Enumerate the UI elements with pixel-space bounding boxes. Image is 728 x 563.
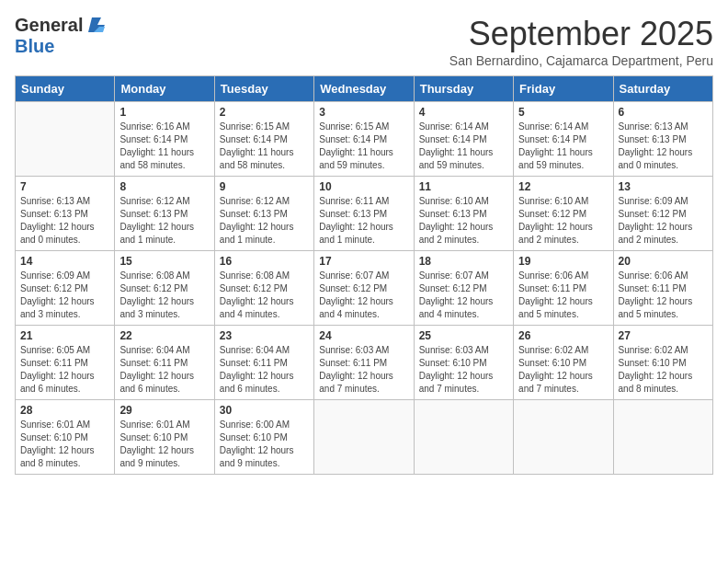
- day-number: 21: [20, 329, 109, 342]
- day-info: Sunrise: 6:04 AMSunset: 6:11 PMDaylight:…: [119, 344, 209, 396]
- day-info: Sunrise: 6:05 AMSunset: 6:11 PMDaylight:…: [20, 344, 109, 396]
- calendar-cell: [414, 400, 513, 475]
- day-number: 8: [119, 180, 209, 193]
- calendar-cell: 27Sunrise: 6:02 AMSunset: 6:10 PMDayligh…: [613, 326, 712, 400]
- calendar-cell: 24Sunrise: 6:03 AMSunset: 6:11 PMDayligh…: [314, 326, 414, 400]
- calendar-header-thursday: Thursday: [414, 76, 513, 102]
- calendar-week-row: 21Sunrise: 6:05 AMSunset: 6:11 PMDayligh…: [16, 326, 713, 400]
- day-number: 1: [119, 106, 209, 119]
- day-info: Sunrise: 6:09 AMSunset: 6:12 PMDaylight:…: [619, 195, 708, 247]
- calendar-cell: 7Sunrise: 6:13 AMSunset: 6:13 PMDaylight…: [16, 177, 115, 251]
- calendar-cell: 26Sunrise: 6:02 AMSunset: 6:10 PMDayligh…: [514, 326, 613, 400]
- day-info: Sunrise: 6:16 AMSunset: 6:14 PMDaylight:…: [119, 121, 209, 172]
- day-number: 16: [220, 255, 309, 268]
- calendar-cell: 28Sunrise: 6:01 AMSunset: 6:10 PMDayligh…: [16, 400, 115, 475]
- calendar-cell: 10Sunrise: 6:11 AMSunset: 6:13 PMDayligh…: [314, 177, 414, 251]
- day-number: 3: [319, 106, 408, 119]
- calendar-cell: 20Sunrise: 6:06 AMSunset: 6:11 PMDayligh…: [613, 251, 712, 326]
- calendar-cell: 17Sunrise: 6:07 AMSunset: 6:12 PMDayligh…: [314, 251, 414, 326]
- calendar-header-wednesday: Wednesday: [314, 76, 414, 102]
- calendar-cell: 30Sunrise: 6:00 AMSunset: 6:10 PMDayligh…: [214, 400, 313, 475]
- day-info: Sunrise: 6:13 AMSunset: 6:13 PMDaylight:…: [20, 195, 109, 247]
- day-number: 22: [119, 329, 209, 342]
- day-info: Sunrise: 6:15 AMSunset: 6:14 PMDaylight:…: [319, 121, 408, 172]
- day-info: Sunrise: 6:10 AMSunset: 6:13 PMDaylight:…: [419, 195, 508, 247]
- day-number: 30: [220, 404, 309, 417]
- calendar-cell: 29Sunrise: 6:01 AMSunset: 6:10 PMDayligh…: [115, 400, 214, 475]
- subtitle: San Bernardino, Cajamarca Department, Pe…: [449, 53, 713, 68]
- day-number: 9: [220, 180, 309, 193]
- day-number: 13: [619, 180, 708, 193]
- calendar-header-tuesday: Tuesday: [214, 76, 313, 102]
- day-number: 15: [119, 255, 209, 268]
- day-info: Sunrise: 6:01 AMSunset: 6:10 PMDaylight:…: [20, 419, 109, 470]
- day-number: 11: [419, 180, 508, 193]
- calendar-cell: 11Sunrise: 6:10 AMSunset: 6:13 PMDayligh…: [414, 177, 513, 251]
- day-number: 26: [518, 329, 608, 342]
- day-number: 20: [619, 255, 708, 268]
- day-number: 12: [518, 180, 608, 193]
- calendar-cell: 22Sunrise: 6:04 AMSunset: 6:11 PMDayligh…: [115, 326, 214, 400]
- calendar-cell: 9Sunrise: 6:12 AMSunset: 6:13 PMDaylight…: [214, 177, 313, 251]
- logo: General Blue: [15, 15, 105, 57]
- day-info: Sunrise: 6:12 AMSunset: 6:13 PMDaylight:…: [220, 195, 309, 247]
- day-info: Sunrise: 6:10 AMSunset: 6:12 PMDaylight:…: [518, 195, 608, 247]
- day-number: 2: [220, 106, 309, 119]
- calendar-cell: 23Sunrise: 6:04 AMSunset: 6:11 PMDayligh…: [214, 326, 313, 400]
- day-number: 6: [619, 106, 708, 119]
- day-info: Sunrise: 6:02 AMSunset: 6:10 PMDaylight:…: [619, 344, 708, 396]
- day-number: 27: [619, 329, 708, 342]
- day-number: 28: [20, 404, 109, 417]
- day-number: 10: [319, 180, 408, 193]
- day-info: Sunrise: 6:04 AMSunset: 6:11 PMDaylight:…: [220, 344, 309, 396]
- day-info: Sunrise: 6:14 AMSunset: 6:14 PMDaylight:…: [518, 121, 608, 172]
- calendar-header-friday: Friday: [514, 76, 613, 102]
- calendar-cell: 4Sunrise: 6:14 AMSunset: 6:14 PMDaylight…: [414, 102, 513, 177]
- calendar-cell: [514, 400, 613, 475]
- day-info: Sunrise: 6:03 AMSunset: 6:10 PMDaylight:…: [419, 344, 508, 396]
- day-info: Sunrise: 6:09 AMSunset: 6:12 PMDaylight:…: [20, 270, 109, 321]
- day-info: Sunrise: 6:02 AMSunset: 6:10 PMDaylight:…: [518, 344, 608, 396]
- logo-blue-text: Blue: [15, 36, 54, 57]
- calendar-week-row: 7Sunrise: 6:13 AMSunset: 6:13 PMDaylight…: [16, 177, 713, 251]
- day-info: Sunrise: 6:07 AMSunset: 6:12 PMDaylight:…: [419, 270, 508, 321]
- day-number: 25: [419, 329, 508, 342]
- day-number: 17: [319, 255, 408, 268]
- day-info: Sunrise: 6:03 AMSunset: 6:11 PMDaylight:…: [319, 344, 408, 396]
- day-number: 7: [20, 180, 109, 193]
- calendar-header-sunday: Sunday: [16, 76, 115, 102]
- logo-general-text: General: [15, 15, 83, 36]
- day-info: Sunrise: 6:13 AMSunset: 6:13 PMDaylight:…: [619, 121, 708, 172]
- calendar-cell: 1Sunrise: 6:16 AMSunset: 6:14 PMDaylight…: [115, 102, 214, 177]
- calendar-header-saturday: Saturday: [613, 76, 712, 102]
- day-number: 23: [220, 329, 309, 342]
- calendar-cell: [613, 400, 712, 475]
- calendar-cell: [314, 400, 414, 475]
- day-number: 19: [518, 255, 608, 268]
- calendar-cell: 14Sunrise: 6:09 AMSunset: 6:12 PMDayligh…: [16, 251, 115, 326]
- day-number: 4: [419, 106, 508, 119]
- calendar-cell: 6Sunrise: 6:13 AMSunset: 6:13 PMDaylight…: [613, 102, 712, 177]
- day-info: Sunrise: 6:06 AMSunset: 6:11 PMDaylight:…: [619, 270, 708, 321]
- calendar-cell: 12Sunrise: 6:10 AMSunset: 6:12 PMDayligh…: [514, 177, 613, 251]
- calendar-cell: 18Sunrise: 6:07 AMSunset: 6:12 PMDayligh…: [414, 251, 513, 326]
- page-header: General Blue September 2025 San Bernardi…: [15, 15, 713, 68]
- day-info: Sunrise: 6:08 AMSunset: 6:12 PMDaylight:…: [220, 270, 309, 321]
- day-info: Sunrise: 6:11 AMSunset: 6:13 PMDaylight:…: [319, 195, 408, 247]
- day-number: 29: [119, 404, 209, 417]
- calendar-week-row: 28Sunrise: 6:01 AMSunset: 6:10 PMDayligh…: [16, 400, 713, 475]
- day-number: 24: [319, 329, 408, 342]
- calendar-cell: 25Sunrise: 6:03 AMSunset: 6:10 PMDayligh…: [414, 326, 513, 400]
- calendar-cell: 15Sunrise: 6:08 AMSunset: 6:12 PMDayligh…: [115, 251, 214, 326]
- calendar-cell: 21Sunrise: 6:05 AMSunset: 6:11 PMDayligh…: [16, 326, 115, 400]
- calendar-cell: [16, 102, 115, 177]
- title-section: September 2025 San Bernardino, Cajamarca…: [449, 15, 713, 68]
- calendar-header-monday: Monday: [115, 76, 214, 102]
- calendar-cell: 19Sunrise: 6:06 AMSunset: 6:11 PMDayligh…: [514, 251, 613, 326]
- day-info: Sunrise: 6:01 AMSunset: 6:10 PMDaylight:…: [119, 419, 209, 470]
- calendar-table: SundayMondayTuesdayWednesdayThursdayFrid…: [15, 75, 713, 475]
- day-info: Sunrise: 6:07 AMSunset: 6:12 PMDaylight:…: [319, 270, 408, 321]
- calendar-week-row: 1Sunrise: 6:16 AMSunset: 6:14 PMDaylight…: [16, 102, 713, 177]
- day-info: Sunrise: 6:08 AMSunset: 6:12 PMDaylight:…: [119, 270, 209, 321]
- calendar-cell: 2Sunrise: 6:15 AMSunset: 6:14 PMDaylight…: [214, 102, 313, 177]
